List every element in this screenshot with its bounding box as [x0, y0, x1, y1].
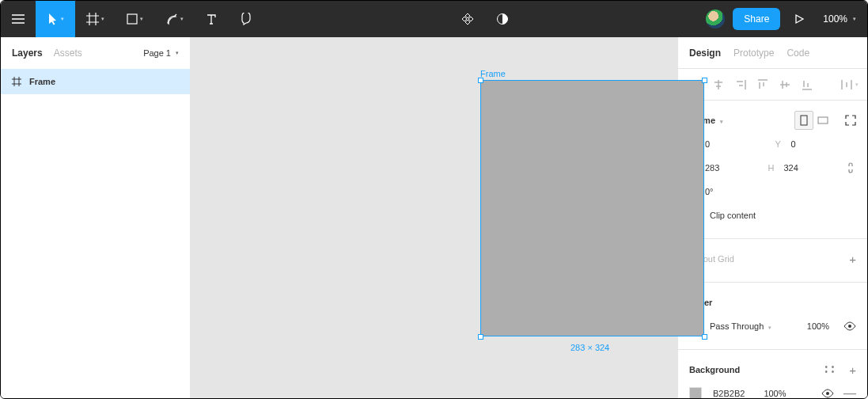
svg-rect-2	[801, 116, 807, 125]
orientation-portrait[interactable]	[794, 111, 813, 130]
frame-section: Frame ▾ X0 Y0 W283 H324	[678, 101, 867, 239]
present-button[interactable]	[782, 1, 817, 37]
resize-handle-se[interactable]	[702, 334, 707, 340]
layout-grid-section: Layout Grid +	[678, 239, 867, 283]
right-panel: Design Prototype Code ▾ Frame ▾	[677, 37, 867, 398]
selected-frame[interactable]	[480, 80, 704, 336]
menu-button[interactable]	[1, 1, 36, 37]
layer-name: Frame	[29, 77, 55, 86]
frame-icon	[12, 77, 21, 86]
svg-point-5	[826, 392, 829, 395]
svg-rect-0	[127, 14, 137, 24]
chevron-down-icon: ▾	[176, 50, 179, 56]
top-toolbar: ▾ ▾ ▾ ▾ Share	[1, 1, 867, 37]
constrain-proportions-icon[interactable]	[847, 162, 856, 174]
align-vcenter-icon[interactable]	[775, 74, 795, 95]
chevron-down-icon: ▾	[853, 16, 856, 22]
avatar[interactable]	[706, 10, 725, 28]
bg-hex-input[interactable]: B2B2B2	[713, 389, 745, 398]
add-layout-grid-button[interactable]: +	[849, 253, 856, 266]
tab-layers[interactable]: Layers	[12, 48, 43, 59]
align-top-icon[interactable]	[752, 74, 773, 95]
frame-label[interactable]: Frame	[480, 69, 506, 78]
resize-handle-ne[interactable]	[702, 78, 707, 83]
chevron-down-icon: ▾	[61, 16, 64, 22]
add-fill-button[interactable]: +	[849, 363, 856, 377]
left-panel: Layers Assets Page 1 ▾ Frame	[1, 37, 191, 398]
page-select[interactable]: Page 1 ▾	[143, 48, 179, 58]
shape-tool[interactable]: ▾	[115, 1, 154, 37]
style-picker-icon[interactable]: • •• •	[824, 365, 835, 374]
clip-content-label: Clip content	[710, 211, 756, 220]
svg-point-4	[848, 325, 851, 328]
frame-tool[interactable]: ▾	[75, 1, 115, 37]
mask-icon[interactable]	[485, 1, 520, 37]
background-title: Background	[689, 365, 740, 374]
visibility-toggle[interactable]	[843, 321, 856, 331]
orientation-landscape[interactable]	[813, 111, 832, 130]
bg-visibility-toggle[interactable]	[821, 389, 834, 398]
background-section: Background • •• • + B2B2B2 100% —	[678, 350, 867, 398]
chevron-down-icon: ▾	[140, 16, 143, 22]
comment-tool[interactable]	[229, 1, 263, 37]
chevron-down-icon: ▾	[101, 16, 104, 22]
move-tool[interactable]: ▾	[36, 1, 75, 37]
zoom-select[interactable]: 100% ▾	[817, 13, 867, 25]
height-input[interactable]: H324	[768, 163, 843, 173]
tab-assets[interactable]: Assets	[54, 48, 82, 59]
resize-handle-nw[interactable]	[478, 78, 483, 83]
components-icon[interactable]	[450, 1, 485, 37]
layer-row-frame[interactable]: Frame	[1, 69, 190, 94]
y-input[interactable]: Y0	[775, 139, 857, 149]
remove-fill-button[interactable]: —	[843, 386, 856, 398]
text-tool[interactable]	[194, 1, 229, 37]
tab-code[interactable]: Code	[787, 48, 809, 59]
tab-design[interactable]: Design	[689, 48, 721, 59]
layer-section: Layer Pass Through ▾ 100%	[678, 283, 867, 350]
pen-tool[interactable]: ▾	[154, 1, 194, 37]
distribute-icon[interactable]: ▾	[839, 74, 859, 95]
align-row: ▾	[678, 69, 867, 101]
align-bottom-icon[interactable]	[797, 74, 817, 95]
bg-color-swatch[interactable]	[689, 387, 702, 398]
svg-rect-3	[818, 117, 828, 124]
bg-opacity-input[interactable]: 100%	[764, 389, 786, 398]
resize-to-fit-icon[interactable]	[845, 115, 856, 126]
resize-handle-sw[interactable]	[478, 334, 483, 340]
align-right-icon[interactable]	[730, 74, 751, 95]
zoom-value: 100%	[823, 13, 847, 25]
dimension-label: 283 × 324	[570, 343, 609, 352]
opacity-input[interactable]: 100%	[807, 321, 829, 331]
page-label: Page 1	[143, 48, 171, 58]
chevron-down-icon: ▾	[180, 16, 184, 22]
canvas[interactable]: Frame 283 × 324	[191, 37, 677, 398]
share-button[interactable]: Share	[733, 8, 780, 30]
blend-mode-select[interactable]: Pass Through ▾	[710, 321, 771, 331]
align-hcenter-icon[interactable]	[708, 74, 729, 95]
tab-prototype[interactable]: Prototype	[733, 48, 774, 59]
